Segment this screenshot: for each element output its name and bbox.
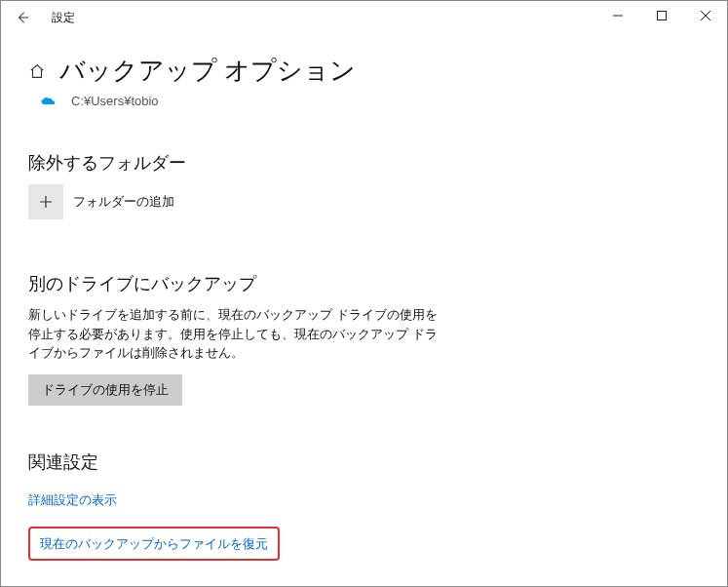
other-drive-description: 新しいドライブを追加する前に、現在のバックアップ ドライブの使用を停止する必要が… (28, 305, 438, 363)
svg-rect-0 (657, 12, 666, 20)
detail-settings-link[interactable]: 詳細設定の表示 (28, 491, 117, 509)
exclude-heading: 除外するフォルダー (28, 151, 700, 175)
arrow-left-icon (16, 11, 29, 24)
back-button[interactable] (11, 6, 34, 29)
maximize-icon (657, 11, 667, 20)
maximize-button[interactable] (639, 1, 683, 30)
minimize-icon (613, 11, 623, 20)
related-heading: 関連設定 (28, 450, 700, 474)
minimize-button[interactable] (595, 1, 639, 30)
app-name: 設定 (52, 10, 75, 26)
onedrive-path: C:¥Users¥tobio (71, 94, 159, 108)
close-icon (701, 11, 710, 20)
home-icon[interactable] (28, 62, 46, 80)
restore-files-link[interactable]: 現在のバックアップからファイルを復元 (40, 535, 268, 553)
page-title: バックアップ オプション (59, 54, 356, 88)
close-button[interactable] (683, 1, 727, 30)
restore-highlight: 現在のバックアップからファイルを復元 (28, 527, 280, 561)
plus-icon (38, 194, 54, 210)
stop-drive-button[interactable]: ドライブの使用を停止 (28, 374, 182, 406)
onedrive-icon (40, 96, 57, 107)
other-drive-heading: 別のドライブにバックアップ (28, 272, 700, 295)
add-folder-label: フォルダーの追加 (73, 193, 174, 211)
add-folder-button[interactable] (28, 184, 63, 219)
